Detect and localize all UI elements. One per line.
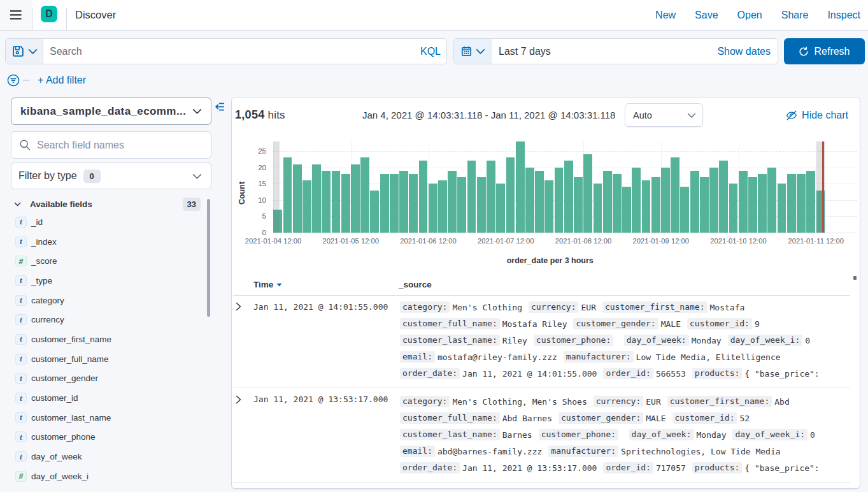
histogram-bar[interactable] [438, 180, 447, 233]
hide-chart-button[interactable]: Hide chart [786, 103, 848, 127]
table-scrollbar[interactable] [853, 276, 857, 280]
histogram-bar[interactable] [700, 177, 709, 233]
histogram-bar[interactable] [719, 161, 728, 233]
histogram-bar[interactable] [429, 184, 438, 233]
histogram-bar[interactable] [399, 171, 408, 233]
top-link-new[interactable]: New [655, 10, 676, 21]
date-range-value[interactable]: Last 7 days [492, 39, 717, 64]
histogram-bar[interactable] [283, 157, 292, 233]
search-input[interactable]: Search [43, 39, 420, 64]
histogram-bar[interactable] [302, 180, 311, 233]
histogram-bar[interactable] [797, 174, 806, 233]
histogram-bar[interactable] [293, 164, 302, 233]
histogram-bar[interactable] [574, 177, 583, 233]
date-quick-select-button[interactable] [454, 39, 492, 64]
field-item-_type[interactable]: t_type [11, 271, 201, 291]
histogram-bar[interactable] [787, 174, 796, 233]
expand-row-icon[interactable] [236, 395, 241, 404]
histogram-bar[interactable] [651, 177, 660, 233]
field-item-currency[interactable]: tcurrency [11, 310, 201, 329]
histogram-bar[interactable] [370, 191, 379, 233]
field-item-customer_full_name[interactable]: tcustomer_full_name [11, 349, 201, 369]
field-search[interactable]: Search field names [11, 131, 211, 159]
histogram-bar[interactable] [496, 184, 505, 233]
source-field-value: Spritechnologies, Low Tide Media [621, 447, 780, 456]
sidebar-scrollbar[interactable] [207, 199, 210, 317]
histogram-bar[interactable] [419, 161, 428, 233]
field-item-_id[interactable]: t_id [11, 212, 201, 232]
histogram-bar[interactable] [739, 171, 748, 233]
time-column-header[interactable]: Time [253, 280, 282, 289]
field-item-_index[interactable]: t_index [11, 232, 201, 252]
top-link-inspect[interactable]: Inspect [827, 10, 860, 21]
histogram-bar[interactable] [467, 161, 476, 233]
filter-by-type-dropdown[interactable]: Filter by type 0 [11, 163, 211, 189]
menu-button[interactable] [0, 0, 32, 30]
histogram-bar[interactable] [622, 187, 631, 233]
histogram-bar[interactable] [360, 157, 369, 233]
histogram-bar[interactable] [390, 174, 399, 233]
histogram-bar[interactable] [457, 177, 466, 233]
field-item-customer_gender[interactable]: tcustomer_gender [11, 369, 201, 389]
histogram-bar[interactable] [758, 174, 767, 233]
chevron-down-icon [13, 200, 22, 208]
histogram-bar[interactable] [477, 177, 486, 233]
histogram-bar[interactable] [487, 161, 495, 233]
field-item-day_of_week_i[interactable]: #day_of_week_i [11, 467, 201, 486]
query-language-button[interactable]: KQL [420, 39, 446, 64]
histogram-bar[interactable] [535, 171, 544, 233]
expand-row-icon[interactable] [236, 302, 241, 311]
index-pattern-switcher[interactable]: kibana_sample_data_ecomm... [11, 98, 211, 125]
histogram-bar[interactable] [312, 164, 321, 233]
histogram-bar[interactable] [341, 174, 350, 233]
histogram-bar[interactable] [767, 168, 776, 233]
histogram-bar[interactable] [409, 174, 418, 233]
available-fields-header[interactable]: Available fields 33 [11, 197, 201, 211]
histogram-bar[interactable] [516, 141, 525, 233]
top-link-save[interactable]: Save [695, 10, 718, 21]
field-item-customer_phone[interactable]: tcustomer_phone [11, 428, 201, 447]
filter-icon[interactable] [7, 74, 20, 87]
histogram-bar[interactable] [778, 184, 786, 233]
histogram-bar[interactable] [613, 174, 622, 233]
histogram-bar[interactable] [671, 157, 679, 233]
field-item-customer_last_name[interactable]: tcustomer_last_name [11, 408, 201, 428]
top-link-share[interactable]: Share [781, 10, 809, 21]
histogram-chart[interactable] [273, 141, 858, 233]
histogram-bar[interactable] [806, 171, 815, 233]
histogram-bar[interactable] [351, 164, 360, 233]
histogram-bar[interactable] [544, 180, 553, 233]
histogram-bar[interactable] [680, 187, 689, 233]
histogram-bar[interactable] [555, 168, 564, 233]
field-item-category[interactable]: tcategory [11, 291, 201, 310]
interval-select[interactable]: Auto [625, 103, 703, 127]
add-filter-button[interactable]: + Add filter [38, 75, 86, 86]
histogram-bar[interactable] [661, 168, 670, 233]
histogram-bar[interactable] [709, 168, 718, 233]
histogram-bar[interactable] [583, 154, 592, 233]
top-link-open[interactable]: Open [737, 10, 762, 21]
collapse-sidebar-button[interactable] [215, 101, 225, 112]
histogram-bar[interactable] [380, 174, 389, 233]
histogram-bar[interactable] [729, 184, 738, 233]
field-item-customer_id[interactable]: tcustomer_id [11, 388, 201, 408]
refresh-button[interactable]: Refresh [784, 38, 865, 64]
histogram-bar[interactable] [448, 171, 457, 233]
histogram-bar[interactable] [603, 171, 612, 233]
histogram-bar[interactable] [594, 184, 602, 233]
histogram-bar[interactable] [748, 177, 757, 233]
histogram-bar[interactable] [525, 168, 534, 233]
histogram-bar[interactable] [642, 180, 651, 233]
histogram-bar[interactable] [506, 157, 515, 233]
filter-by-type-count-badge: 0 [83, 170, 101, 183]
field-item-_score[interactable]: #_score [11, 251, 201, 271]
histogram-bar[interactable] [332, 171, 341, 233]
show-dates-button[interactable]: Show dates [717, 39, 778, 64]
histogram-bar[interactable] [564, 161, 573, 233]
field-item-day_of_week[interactable]: tday_of_week [11, 447, 201, 467]
field-item-customer_first_name[interactable]: tcustomer_first_name [11, 329, 201, 349]
histogram-bar[interactable] [322, 171, 331, 233]
histogram-bar[interactable] [632, 168, 641, 233]
saved-query-menu-button[interactable] [6, 39, 43, 64]
histogram-bar[interactable] [690, 171, 699, 233]
